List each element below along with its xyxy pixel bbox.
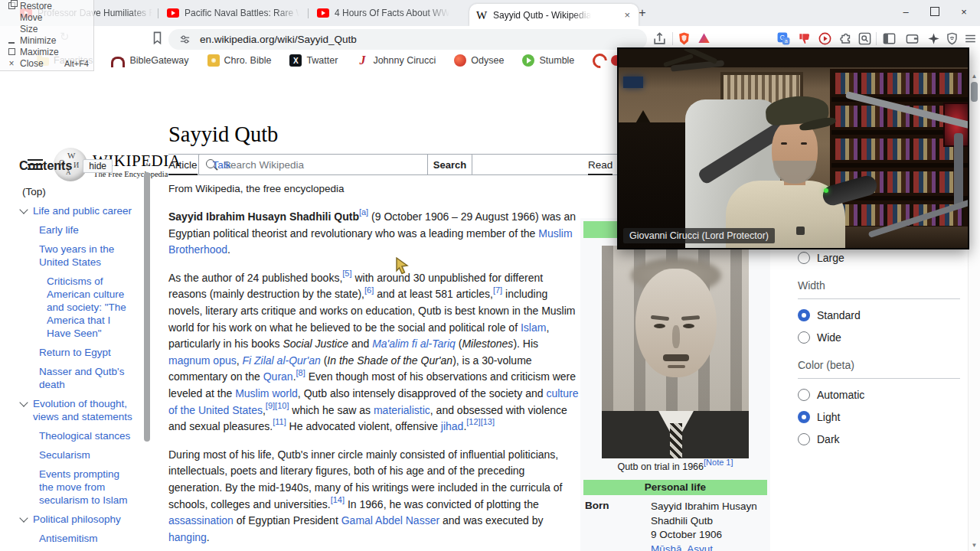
leo-sparkle-icon[interactable]: [926, 31, 941, 46]
toc-scroll-up-icon[interactable]: ▲: [142, 161, 152, 168]
radio-option-wide[interactable]: Wide: [798, 331, 960, 344]
reference-link[interactable]: [5]: [342, 269, 351, 278]
wiki-link[interactable]: assassination: [168, 514, 234, 527]
toc-item-label: (Top): [22, 185, 46, 198]
toc-item[interactable]: Secularism: [19, 448, 134, 461]
infobox-portrait-photo[interactable]: [602, 246, 749, 458]
radio-option-automatic[interactable]: Automatic: [798, 389, 960, 401]
reference-link[interactable]: [11]: [273, 417, 286, 426]
reference-link[interactable]: [14]: [331, 495, 345, 504]
toc-item[interactable]: Return to Egypt: [19, 346, 134, 359]
window-maximize-button[interactable]: [920, 0, 949, 23]
toc-item[interactable]: Evolution of thought, views and statemen…: [19, 397, 134, 423]
scroll-up-icon[interactable]: ▲: [969, 73, 980, 80]
reference-link[interactable]: [7]: [493, 285, 502, 295]
radio-selected-icon[interactable]: [798, 411, 810, 423]
page-scrollbar-thumb[interactable]: [971, 82, 978, 102]
reference-link[interactable]: [Note 1]: [704, 458, 733, 467]
browser-tab-active[interactable]: W Sayyid Qutb - Wikipedia ×: [469, 4, 639, 26]
toc-item[interactable]: Early life: [19, 223, 134, 236]
wiki-link[interactable]: jihad: [441, 420, 464, 432]
radio-option-standard[interactable]: Standard: [798, 309, 960, 321]
bookmark-item[interactable]: Stumble: [522, 54, 574, 67]
browser-tab-3[interactable]: 4 Hours Of Facts About WW2's Blood: [311, 0, 479, 26]
system-menu-item-close[interactable]: ×CloseAlt+F4: [0, 57, 93, 69]
wiki-link[interactable]: hanging: [168, 531, 207, 543]
page-scrollbar[interactable]: ▲ ▼: [968, 70, 980, 551]
system-menu-item-restore[interactable]: Restore: [0, 0, 93, 11]
site-settings-icon[interactable]: [179, 34, 191, 45]
play-extension-icon[interactable]: [818, 31, 832, 46]
vpn-shield-icon[interactable]: [945, 31, 959, 46]
search-tabs-icon[interactable]: [858, 31, 872, 46]
reference-link[interactable]: [6]: [364, 285, 374, 295]
radio-option-light[interactable]: Light: [798, 411, 960, 423]
wiki-link[interactable]: materialistic: [374, 404, 430, 416]
chevron-down-icon[interactable]: [19, 205, 28, 214]
share-icon[interactable]: [652, 31, 667, 46]
wiki-link[interactable]: magnum opus: [168, 354, 237, 367]
window-minimize-button[interactable]: –: [891, 0, 920, 23]
sidebar-icon[interactable]: [882, 31, 897, 46]
browser-tab-2[interactable]: Pacific Naval Battles: Rare WW2 Foot: [161, 0, 318, 26]
radio-option-large[interactable]: Large: [798, 252, 960, 264]
toc-item[interactable]: Life and public career: [19, 204, 134, 217]
reference-link[interactable]: [8]: [296, 368, 305, 377]
wiki-link[interactable]: Ma'alim fi al-Tariq: [372, 337, 456, 350]
toc-item[interactable]: (Top): [19, 185, 134, 198]
wallet-icon[interactable]: [905, 31, 920, 46]
brave-shield-icon[interactable]: [677, 31, 691, 46]
window-close-button[interactable]: ×: [949, 0, 978, 23]
toc-item[interactable]: Nasser and Qutb's death: [19, 365, 134, 391]
bookmark-flag-icon[interactable]: [150, 31, 165, 45]
wiki-link[interactable]: Quran: [263, 370, 293, 383]
tab-read[interactable]: Read: [588, 155, 612, 174]
scroll-down-icon[interactable]: ▼: [969, 542, 980, 549]
reference-link[interactable]: [a]: [359, 207, 368, 217]
toc-item[interactable]: Theological stances: [19, 429, 134, 442]
brave-rewards-icon[interactable]: [697, 31, 711, 46]
dislike-extension-icon[interactable]: [798, 31, 812, 46]
extensions-puzzle-icon[interactable]: [839, 31, 854, 46]
wiki-link[interactable]: Fi Zilal al-Qur'an: [243, 354, 321, 367]
wiki-link[interactable]: Islam: [521, 321, 546, 334]
bookmark-item[interactable]: Chro. Bible: [207, 54, 272, 67]
system-menu-item-minimize[interactable]: Minimize: [0, 34, 93, 46]
system-menu-item-size[interactable]: Size: [0, 23, 93, 34]
tab-talk[interactable]: Talk: [213, 155, 231, 174]
radio-selected-icon[interactable]: [798, 309, 810, 321]
toc-item[interactable]: Criticisms of American culture and socie…: [19, 275, 134, 340]
toc-scrollbar-thumb[interactable]: [144, 172, 150, 442]
radio-option-dark[interactable]: Dark: [798, 433, 960, 445]
wiki-link[interactable]: Muslim world: [235, 387, 298, 399]
tab-article[interactable]: Article: [168, 155, 198, 174]
tab-close-icon[interactable]: ×: [622, 9, 632, 21]
reference-link[interactable]: [9][10]: [266, 401, 289, 410]
toc-scrollbar[interactable]: ▲: [142, 161, 152, 549]
chevron-down-icon[interactable]: [19, 514, 28, 522]
radio-icon[interactable]: [798, 331, 810, 344]
bookmark-item[interactable]: XTwatter: [289, 54, 338, 67]
contents-hide-button[interactable]: hide: [83, 159, 113, 173]
radio-icon[interactable]: [798, 252, 810, 264]
chevron-down-icon[interactable]: [19, 398, 28, 406]
system-menu-item-move[interactable]: Move: [0, 11, 93, 23]
webcam-overlay[interactable]: Giovanni Cirucci (Lord Protector): [617, 47, 969, 249]
radio-icon[interactable]: [798, 389, 810, 401]
bookmark-item[interactable]: Odysee: [454, 54, 504, 67]
bookmark-item[interactable]: BibleGateway: [111, 54, 188, 67]
system-menu-item-maximize[interactable]: Maximize: [0, 46, 93, 57]
new-tab-button[interactable]: +: [634, 5, 651, 21]
radio-icon[interactable]: [798, 433, 810, 445]
reference-link[interactable]: [12][13]: [466, 417, 495, 426]
bookmark-item[interactable]: JJohnny Cirucci: [356, 54, 436, 67]
toc-item[interactable]: Two years in the United States: [19, 243, 134, 269]
url-bar[interactable]: en.wikipedia.org/wiki/Sayyid_Qutb: [168, 29, 647, 50]
toc-item[interactable]: Antisemitism: [19, 532, 134, 545]
browser-menu-icon[interactable]: [963, 31, 978, 46]
toc-item[interactable]: Events prompting the move from secularis…: [19, 468, 134, 507]
wiki-link[interactable]: Gamal Abdel Nasser: [341, 514, 439, 527]
toc-item[interactable]: Political philosophy: [19, 513, 134, 526]
wiki-link[interactable]: Mūshā: [651, 543, 682, 551]
translate-extension-icon[interactable]: Ga: [776, 31, 791, 46]
